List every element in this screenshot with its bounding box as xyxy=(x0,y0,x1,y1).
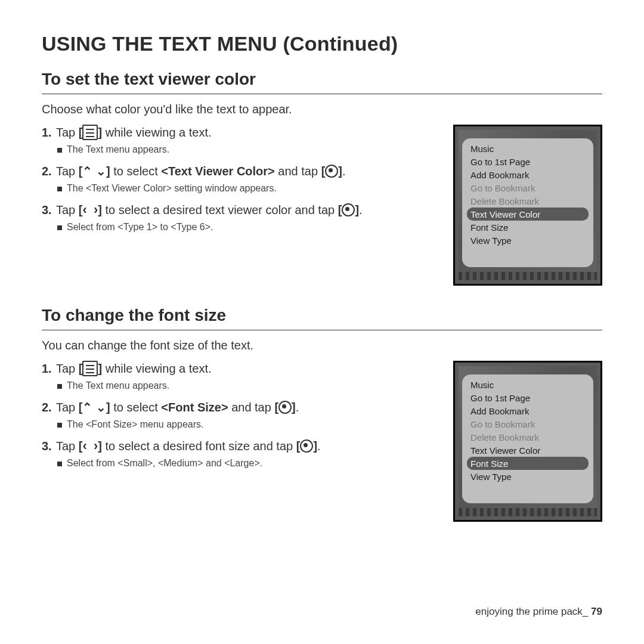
device-screen: MusicGo to 1st PageAdd BookmarkGo to Boo… xyxy=(459,130,597,280)
bracket: ] xyxy=(98,439,102,453)
substep-text: The Text menu appears. xyxy=(67,144,169,155)
text: . xyxy=(342,165,346,178)
substep-text: Select from <Type 1> to <Type 6>. xyxy=(67,222,213,233)
text: Tap xyxy=(56,165,79,178)
step: 3. Tap [‹ ›] to select a desired font si… xyxy=(42,438,444,454)
bracket: [ xyxy=(296,439,301,453)
substep-text: Select from <Small>, <Medium> and <Large… xyxy=(67,458,262,469)
device-screenshot: MusicGo to 1st PageAdd BookmarkGo to Boo… xyxy=(453,125,602,286)
step-number: 3. xyxy=(42,438,56,454)
text: while viewing a text. xyxy=(102,362,211,375)
section-intro: Choose what color you'd like the text to… xyxy=(42,103,602,116)
bullet-icon xyxy=(57,187,62,191)
step-text: Tap [] while viewing a text. xyxy=(56,125,444,141)
step-number: 1. xyxy=(42,361,56,377)
substep: Select from <Small>, <Medium> and <Large… xyxy=(57,458,444,469)
substep: Select from <Type 1> to <Type 6>. xyxy=(57,222,444,233)
footer-text: enjoying the prime pack_ xyxy=(475,606,588,617)
bracket: ] xyxy=(338,165,342,178)
step: 1. Tap [] while viewing a text. xyxy=(42,125,444,141)
text: to select xyxy=(110,165,162,178)
bracket: [ xyxy=(321,165,326,178)
step-list: 1. Tap [] while viewing a text. The Text… xyxy=(42,361,444,477)
manual-page: USING THE TEXT MENU (Continued) To set t… xyxy=(0,0,644,546)
bracket: [ xyxy=(79,126,83,139)
bullet-icon xyxy=(57,148,62,153)
device-menu-item: Add Bookmark xyxy=(462,168,593,181)
step: 3. Tap [‹ ›] to select a desired text vi… xyxy=(42,202,444,218)
text: . xyxy=(317,439,321,453)
text: Tap xyxy=(56,203,79,216)
text: Tap xyxy=(56,126,79,139)
device-menu-item: Go to Bookmark xyxy=(462,417,593,431)
text: and tap xyxy=(275,165,321,178)
bullet-icon xyxy=(57,384,62,389)
step-number: 2. xyxy=(42,400,56,416)
step: 1. Tap [] while viewing a text. xyxy=(42,361,444,377)
text: . xyxy=(296,401,299,414)
bracket: ] xyxy=(106,401,110,414)
text: to select xyxy=(110,401,162,414)
down-icon: ⌄ xyxy=(96,165,106,178)
step-number: 1. xyxy=(42,125,56,141)
left-icon: ‹ xyxy=(82,438,86,453)
left-icon: ‹ xyxy=(82,202,86,217)
step-text: Tap [⌃ ⌄] to select <Text Viewer Color> … xyxy=(56,163,444,179)
device-menu-item: Font Size xyxy=(467,457,589,470)
text: while viewing a text. xyxy=(102,126,211,139)
divider xyxy=(42,330,602,330)
page-number: 79 xyxy=(591,606,602,617)
device-menu: MusicGo to 1st PageAdd BookmarkGo to Boo… xyxy=(462,138,593,267)
device-menu-item: Go to Bookmark xyxy=(462,181,593,194)
bold-label: <Text Viewer Color> xyxy=(161,165,274,178)
substep-text: The <Font Size> menu appears. xyxy=(67,419,203,430)
step-text: Tap [‹ ›] to select a desired font size … xyxy=(56,438,444,454)
step: 2. Tap [⌃ ⌄] to select <Text Viewer Colo… xyxy=(42,163,444,179)
bullet-icon xyxy=(57,225,62,230)
bracket: [ xyxy=(338,203,342,216)
section-text-viewer-color: To set the text viewer color Choose what… xyxy=(42,70,602,286)
step-list: 1. Tap [] while viewing a text. The Text… xyxy=(42,125,444,241)
section-heading: To change the font size xyxy=(42,306,602,329)
device-menu-item: Music xyxy=(462,378,593,391)
content-row: 1. Tap [] while viewing a text. The Text… xyxy=(42,361,602,522)
substep: The Text menu appears. xyxy=(57,380,444,391)
step-number: 3. xyxy=(42,202,56,218)
device-menu-item: View Type xyxy=(462,470,593,483)
device-menu: MusicGo to 1st PageAdd BookmarkGo to Boo… xyxy=(462,374,593,503)
bracket: ] xyxy=(106,165,110,178)
section-font-size: To change the font size You can change t… xyxy=(42,306,602,522)
select-icon xyxy=(325,165,338,178)
bullet-icon xyxy=(57,423,62,428)
page-title: USING THE TEXT MENU (Continued) xyxy=(42,32,602,55)
text: Tap xyxy=(56,362,79,375)
bracket: ] xyxy=(292,401,296,414)
substep: The <Font Size> menu appears. xyxy=(57,419,444,430)
substep-text: The Text menu appears. xyxy=(67,380,169,391)
text: and tap xyxy=(228,401,275,414)
select-icon xyxy=(342,203,355,216)
section-heading: To set the text viewer color xyxy=(42,70,602,92)
menu-icon xyxy=(82,125,98,140)
substep: The Text menu appears. xyxy=(57,144,444,155)
content-row: 1. Tap [] while viewing a text. The Text… xyxy=(42,125,602,286)
device-menu-item: Text Viewer Color xyxy=(467,208,589,221)
device-menu-item: Text Viewer Color xyxy=(462,444,593,457)
text: Tap xyxy=(56,439,79,453)
substep-text: The <Text Viewer Color> setting window a… xyxy=(67,183,277,194)
device-menu-item: Go to 1st Page xyxy=(462,155,593,168)
device-menu-item: View Type xyxy=(462,234,593,247)
step-number: 2. xyxy=(42,163,56,179)
up-icon: ⌃ xyxy=(82,165,92,178)
text: to select a desired font size and tap xyxy=(102,439,296,453)
text: Tap xyxy=(56,401,79,414)
bracket: [ xyxy=(79,362,83,375)
step-text: Tap [‹ ›] to select a desired text viewe… xyxy=(56,202,444,218)
page-footer: enjoying the prime pack_ 79 xyxy=(475,606,602,618)
down-icon: ⌄ xyxy=(96,401,106,414)
select-icon xyxy=(278,401,292,414)
bracket: ] xyxy=(98,203,102,216)
bullet-icon xyxy=(57,462,62,466)
step-text: Tap [⌃ ⌄] to select <Font Size> and tap … xyxy=(56,400,444,416)
divider xyxy=(42,94,602,94)
